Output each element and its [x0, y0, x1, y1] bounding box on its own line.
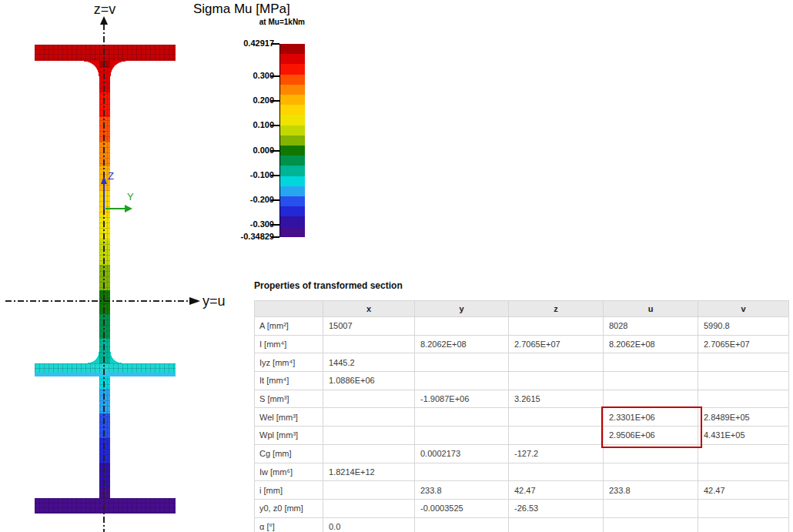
table-row: i [mm]233.842.47233.842.47: [255, 481, 789, 500]
legend-tick-label: -0.200: [226, 195, 274, 204]
section-web-stress-gradient: [99, 61, 110, 499]
section-bottom-flange: [35, 498, 176, 514]
table-cell-u[interactable]: [604, 372, 698, 390]
table-cell-x[interactable]: 1445.2: [323, 353, 415, 372]
table-cell-y[interactable]: -0.0003525: [415, 499, 509, 517]
table-cell-x[interactable]: [323, 408, 415, 427]
legend-title: Sigma Mu [MPa]: [193, 2, 290, 17]
table-header-row: xyzuv: [255, 301, 789, 317]
table-cell-u[interactable]: [604, 499, 698, 517]
table-cell-v[interactable]: [698, 499, 789, 517]
table-cell-y[interactable]: [415, 517, 509, 532]
table-cell-z[interactable]: 3.2615: [509, 390, 604, 408]
table-cell-v[interactable]: [698, 353, 789, 372]
table-row: It [mm⁴]1.0886E+06: [255, 372, 789, 390]
table-cell-y[interactable]: 8.2062E+08: [415, 335, 509, 353]
section-fillet-top-left: [84, 61, 99, 76]
table-cell-v[interactable]: [698, 390, 789, 408]
table-cell-u[interactable]: 8.2062E+08: [604, 335, 698, 353]
local-z-arrowhead-icon: [101, 176, 107, 184]
row-label: i [mm]: [255, 481, 323, 500]
table-cell-y[interactable]: [415, 317, 509, 336]
legend-band: [280, 166, 305, 176]
table-title: Properties of transformed section: [254, 280, 403, 291]
vertical-centerline: [103, 24, 105, 532]
properties-table: xyzuv A [mm²]1500780285990.8I [mm⁴]8.206…: [254, 300, 789, 532]
table-cell-z[interactable]: [509, 317, 604, 336]
table-cell-z[interactable]: [509, 372, 604, 390]
table-cell-x[interactable]: [323, 499, 415, 517]
horizontal-neutral-axis-line: [5, 300, 189, 302]
table-cell-z[interactable]: [509, 353, 604, 372]
table-cell-v[interactable]: [698, 517, 789, 532]
row-label: Iyz [mm⁴]: [255, 353, 323, 372]
table-cell-v[interactable]: 42.47: [698, 481, 789, 500]
table-cell-x[interactable]: 1.8214E+12: [323, 463, 415, 481]
table-row: I [mm⁴]8.2062E+082.7065E+078.2062E+082.7…: [255, 335, 789, 353]
table-cell-x[interactable]: [323, 335, 415, 353]
table-cell-v[interactable]: [698, 463, 789, 481]
legend-band: [280, 105, 305, 115]
table-cell-u[interactable]: [604, 517, 698, 532]
table-column-header: v: [698, 301, 789, 317]
section-fillet-mid-right: [110, 352, 122, 363]
table-cell-z[interactable]: 42.47: [509, 481, 604, 500]
table-cell-x[interactable]: [323, 444, 415, 463]
table-column-header: u: [604, 301, 698, 317]
table-row: Iw [mm⁶]1.8214E+12: [255, 463, 789, 481]
fem-section-results-view: z=v y=u Z Y Sigma Mu [MPa] at Mu=1kNm 0.…: [0, 0, 793, 532]
row-label: Cg [mm]: [255, 444, 323, 463]
table-cell-y[interactable]: 233.8: [415, 481, 509, 500]
table-cell-z[interactable]: [509, 463, 604, 481]
table-cell-y[interactable]: [415, 408, 509, 427]
table-cell-x[interactable]: [323, 390, 415, 408]
table-cell-u[interactable]: 8028: [604, 317, 698, 336]
table-cell-y[interactable]: -1.9087E+06: [415, 390, 509, 408]
table-cell-x[interactable]: 15007: [323, 317, 415, 336]
table-cell-y[interactable]: [415, 463, 509, 481]
table-cell-z[interactable]: 2.7065E+07: [509, 335, 604, 353]
table-cell-x[interactable]: 0.0: [323, 517, 415, 532]
row-label: Wpl [mm³]: [255, 427, 323, 445]
table-cell-z[interactable]: -26.53: [509, 499, 604, 517]
table-cell-x[interactable]: [323, 427, 415, 445]
table-row: Iyz [mm⁴]1445.2: [255, 353, 789, 372]
row-label: A [mm²]: [255, 317, 323, 336]
table-cell-z[interactable]: [509, 517, 604, 532]
table-cell-x[interactable]: [323, 481, 415, 500]
table-cell-u[interactable]: [604, 390, 698, 408]
table-cell-v[interactable]: [698, 444, 789, 463]
legend-tick-label: -0.100: [226, 170, 274, 179]
legend-tick-label: -0.34829: [226, 232, 274, 241]
table-row: S [mm³]-1.9087E+063.2615: [255, 390, 789, 408]
table-cell-v[interactable]: 2.7065E+07: [698, 335, 789, 353]
legend-band: [280, 156, 305, 166]
table-cell-u[interactable]: [604, 463, 698, 481]
legend-band: [280, 95, 305, 105]
legend-band: [280, 64, 305, 74]
table-cell-v[interactable]: [698, 372, 789, 390]
legend-band: [280, 115, 305, 125]
table-cell-z[interactable]: [509, 408, 604, 427]
table-cell-v[interactable]: 5990.8: [698, 317, 789, 336]
table-cell-x[interactable]: 1.0886E+06: [323, 372, 415, 390]
table-cell-v[interactable]: 4.431E+05: [698, 427, 789, 445]
legend-band: [280, 227, 305, 237]
table-cell-y[interactable]: [415, 427, 509, 445]
local-y-axis-arrow: [105, 208, 125, 209]
table-cell-v[interactable]: 2.8489E+05: [698, 408, 789, 427]
table-cell-z[interactable]: -127.2: [509, 444, 604, 463]
legend-band: [280, 136, 305, 146]
legend-band: [280, 196, 305, 206]
table-cell-y[interactable]: 0.0002173: [415, 444, 509, 463]
table-cell-u[interactable]: [604, 353, 698, 372]
table-cell-y[interactable]: [415, 372, 509, 390]
table-cell-z[interactable]: [509, 427, 604, 445]
table-cell-y[interactable]: [415, 353, 509, 372]
legend-band: [280, 206, 305, 216]
table-cell-u[interactable]: 233.8: [604, 481, 698, 500]
row-label: S [mm³]: [255, 390, 323, 408]
table-row: Wel [mm³]2.3301E+062.8489E+05: [255, 408, 789, 427]
legend-color-bar: [279, 44, 305, 237]
table-row: y0, z0 [mm]-0.0003525-26.53: [255, 499, 789, 517]
